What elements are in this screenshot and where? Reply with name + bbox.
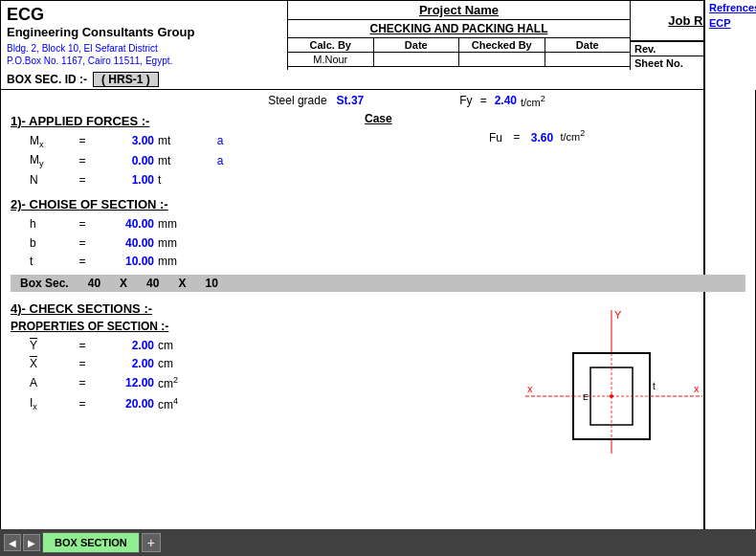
prop-ix-row: Ix = 20.00 cm4 — [11, 394, 478, 414]
cross-section-diagram: Y x x t — [478, 296, 745, 458]
fu-eq: = — [513, 130, 520, 144]
rev-label: Rev. — [631, 42, 707, 56]
a-eq: = — [68, 374, 97, 392]
dim-b-row: b = 40.00 mm — [11, 234, 745, 253]
b-unit: mm — [158, 234, 196, 253]
checked-by-value — [459, 53, 545, 66]
header-area: ECG Engineering Consultants Group Bldg. … — [0, 0, 756, 70]
h-name: h — [11, 215, 68, 234]
ix-val: 20.00 — [97, 395, 154, 413]
props-header: PROPERTIES OF SECTION :- — [11, 320, 478, 333]
box-t-val: 10 — [195, 277, 227, 290]
y-eq: = — [68, 337, 97, 355]
box-h-val: 40 — [78, 277, 110, 290]
references-label: Refrences — [705, 0, 756, 15]
my-case: a — [196, 152, 244, 170]
t-val: 10.00 — [97, 253, 154, 271]
dim-h-row: h = 40.00 mm — [11, 215, 745, 234]
a-val: 12.00 — [97, 374, 154, 392]
a-unit: cm2 — [158, 373, 196, 393]
add-tab-btn[interactable]: + — [142, 533, 161, 552]
svg-text:t: t — [653, 381, 656, 391]
n-unit: t — [158, 171, 196, 189]
ix-eq: = — [68, 395, 97, 413]
y-unit: cm — [158, 337, 196, 355]
force-row-mx: Mx = 3.00 mt a — [11, 132, 745, 152]
box-sec-id-row: BOX SEC. ID :- ( HRS-1 ) — [0, 70, 756, 90]
dim-t-row: t = 10.00 mm — [11, 253, 745, 271]
fu-label-area: Fu = 3.60 t/cm2 — [489, 129, 585, 145]
b-val: 40.00 — [97, 234, 154, 253]
fu-label: Fu — [489, 130, 502, 144]
fy-val: 2.40 — [495, 94, 517, 107]
tab-bar: ◀ ▶ BOX SECTION + — [0, 529, 756, 556]
section2-header: 2)- CHOISE OF SECTION :- — [11, 197, 745, 211]
date-header: Date — [374, 38, 460, 52]
h-val: 40.00 — [97, 215, 154, 234]
y-val: 2.00 — [97, 337, 154, 355]
nav-prev-btn[interactable]: ◀ — [4, 534, 21, 551]
ecg-section: ECG Engineering Consultants Group Bldg. … — [1, 1, 288, 70]
box-sec-gray-row: Box Sec. 40 X 40 X 10 — [11, 275, 745, 292]
box-x2: X — [168, 277, 195, 290]
b-eq: = — [68, 234, 97, 253]
t-eq: = — [68, 253, 97, 271]
y-name: Y — [11, 337, 68, 355]
calc-by-value: M.Nour — [288, 53, 374, 66]
mx-unit: mt — [158, 132, 196, 150]
force-row-n: N = 1.00 t — [11, 171, 745, 189]
date2-value — [545, 53, 631, 66]
a-name: A — [11, 374, 68, 392]
project-name-label: Project Name — [288, 1, 630, 20]
fy-label: Fy — [459, 94, 472, 107]
n-val: 1.00 — [97, 171, 154, 189]
box-b-val: 40 — [137, 277, 168, 290]
ecg-pobox: P.O.Box No. 1167, Cairo 11511, Egypt. — [7, 56, 281, 66]
box-x1: X — [110, 277, 137, 290]
nav-next-btn[interactable]: ▶ — [23, 534, 40, 551]
prop-y-row: Y = 2.00 cm — [11, 337, 478, 355]
content-area: Steel grade St.37 Fy = 2.40 t/cm2 1)- AP… — [0, 90, 756, 556]
prop-a-row: A = 12.00 cm2 — [11, 373, 478, 393]
my-unit: mt — [158, 152, 196, 170]
project-meta-values: M.Nour — [288, 53, 630, 67]
h-unit: mm — [158, 215, 196, 234]
date-value — [374, 53, 460, 66]
ix-unit: cm4 — [158, 394, 196, 414]
x-eq: = — [68, 355, 97, 373]
steel-grade-value: St.37 — [337, 94, 365, 107]
mx-name: Mx — [11, 132, 68, 152]
fu-unit: t/cm2 — [560, 131, 585, 143]
box-section-tab[interactable]: BOX SECTION — [42, 532, 140, 553]
checked-by-header: Checked By — [459, 38, 545, 52]
n-eq: = — [68, 171, 97, 189]
my-val: 0.00 — [97, 152, 154, 170]
x-val: 2.00 — [97, 355, 154, 373]
my-eq: = — [68, 152, 97, 170]
mx-case: a — [196, 132, 244, 150]
svg-text:E: E — [583, 392, 589, 402]
svg-text:x: x — [527, 383, 533, 394]
mx-eq: = — [68, 132, 97, 150]
sheet-no-label: Sheet No. — [631, 56, 707, 70]
fu-val: 3.60 — [531, 130, 553, 144]
cross-section-svg: Y x x t — [516, 305, 707, 458]
box-label: Box Sec. — [11, 277, 78, 290]
mx-val: 3.00 — [97, 132, 154, 150]
main-container: Refrences ECP ECG Engineering Consultant… — [0, 0, 756, 556]
project-title: CHECKING AND PACKING HALL — [288, 20, 630, 38]
prop-x-row: X = 2.00 cm — [11, 355, 478, 373]
ecg-address: Bldg. 2, Block 10, El Sefarat District — [7, 43, 281, 54]
ix-name: Ix — [11, 394, 68, 414]
n-name: N — [11, 171, 68, 189]
project-section: Project Name CHECKING AND PACKING HALL C… — [288, 1, 631, 70]
ecp-link[interactable]: ECP — [705, 15, 756, 31]
svg-text:x: x — [694, 383, 700, 394]
x-name: X — [11, 355, 68, 373]
case-header: Case — [365, 112, 392, 125]
ecg-title: ECG — [7, 5, 281, 25]
box-sec-label: BOX SEC. ID :- — [7, 73, 87, 86]
x-unit: cm — [158, 355, 196, 373]
svg-text:Y: Y — [614, 309, 622, 321]
steel-grade-label: Steel grade — [268, 94, 326, 107]
